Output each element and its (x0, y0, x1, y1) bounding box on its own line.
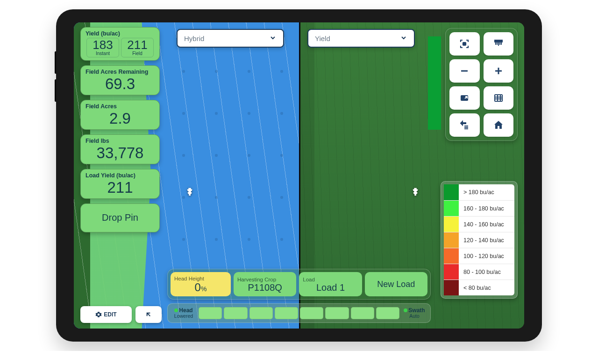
yield-card[interactable]: Yield (bu/ac) 183 Instant 211 Field (80, 27, 160, 61)
yield-legend: > 180 bu/ac160 - 180 bu/ac140 - 160 bu/a… (441, 181, 518, 299)
head-height-unit: % (201, 285, 206, 293)
hybrid-dropdown-label: Hybrid (184, 35, 204, 42)
home-button[interactable] (484, 113, 514, 137)
legend-row[interactable]: 160 - 180 bu/ac (444, 200, 514, 216)
swath-status: SwathAuto (401, 308, 427, 319)
legend-swatch (444, 248, 459, 264)
acres-remaining-card[interactable]: Field Acres Remaining 69.3 (80, 65, 160, 95)
harvesting-crop-label: Harvesting Crop (237, 277, 292, 282)
edit-label: EDIT (104, 311, 116, 318)
table-button[interactable] (484, 86, 514, 110)
drop-pin-button[interactable]: Drop Pin (80, 203, 160, 232)
legend-row[interactable]: < 80 bu/ac (444, 280, 514, 295)
swap-button[interactable] (449, 113, 480, 137)
header-icon (493, 38, 504, 49)
edit-button[interactable]: EDIT (80, 306, 132, 323)
swath-segment[interactable] (249, 307, 273, 319)
combine-marker-right (411, 187, 421, 197)
yield-field-label: Field (121, 51, 153, 56)
legend-label: 80 - 100 bu/ac (459, 269, 514, 275)
yield-instant-value: 183 (87, 39, 119, 51)
head-height-tile[interactable]: Head Height 0% (171, 272, 231, 296)
layer-icon (459, 92, 470, 104)
head-height-value: 0 (195, 281, 201, 294)
legend-swatch (444, 184, 459, 200)
legend-swatch (444, 201, 459, 216)
minus-icon (459, 65, 470, 77)
field-lbs-card[interactable]: Field lbs 33,778 (80, 134, 160, 164)
zoom-out-button[interactable] (449, 59, 480, 83)
swath-segment[interactable] (275, 307, 298, 319)
swath-segment[interactable] (351, 307, 374, 319)
home-icon (493, 119, 504, 131)
acres-remaining-title: Field Acres Remaining (85, 69, 155, 75)
yield-card-title: Yield (bu/ac) (85, 30, 155, 37)
status-dot-icon (174, 308, 178, 312)
legend-label: 100 - 120 bu/ac (459, 253, 514, 259)
load-value: Load 1 (303, 282, 358, 293)
load-label: Load (303, 277, 358, 282)
yield-stripe (428, 36, 441, 130)
head-status: HeadLowered (171, 308, 197, 319)
field-lbs-title: Field lbs (85, 138, 155, 144)
yield-dropdown[interactable]: Yield (307, 29, 415, 48)
hybrid-dropdown[interactable]: Hybrid (177, 29, 284, 48)
yield-instant-label: Instant (87, 51, 119, 56)
harvesting-crop-tile[interactable]: Harvesting Crop P1108Q (234, 272, 296, 296)
legend-swatch (444, 264, 459, 280)
svg-rect-0 (463, 42, 466, 45)
gear-icon (95, 311, 102, 318)
status-dot-icon (404, 308, 407, 312)
swath-segment[interactable] (224, 307, 247, 319)
field-lbs-value: 33,778 (85, 144, 155, 162)
focus-icon (459, 38, 470, 49)
load-yield-title: Load Yield (bu/ac) (85, 172, 155, 179)
load-yield-card[interactable]: Load Yield (bu/ac) 211 (80, 169, 160, 199)
stats-column: Yield (bu/ac) 183 Instant 211 Field Fiel… (80, 27, 160, 232)
field-acres-card[interactable]: Field Acres 2.9 (80, 100, 160, 130)
swath-segment[interactable] (199, 307, 222, 319)
yield-field-value: 211 (121, 39, 153, 51)
combine-marker-left (185, 187, 195, 197)
legend-row[interactable]: 140 - 160 bu/ac (444, 216, 514, 232)
legend-label: 140 - 160 bu/ac (459, 221, 514, 228)
acres-remaining-value: 69.3 (85, 75, 155, 93)
plus-icon (493, 65, 504, 77)
legend-row[interactable]: 80 - 100 bu/ac (444, 264, 514, 280)
legend-label: 120 - 140 bu/ac (459, 237, 514, 244)
map-toolbar (445, 28, 518, 141)
harvesting-crop-value: P1108Q (237, 282, 292, 293)
header-button[interactable] (484, 32, 514, 56)
chevron-down-icon (269, 34, 277, 43)
legend-row[interactable]: 120 - 140 bu/ac (444, 232, 514, 248)
focus-button[interactable] (449, 32, 480, 56)
field-acres-value: 2.9 (85, 110, 155, 127)
new-load-label: New Load (377, 280, 415, 289)
swath-segment[interactable] (300, 307, 323, 319)
svg-rect-2 (495, 95, 502, 101)
harvest-status-panel: Head Height 0% Harvesting Crop P1108Q Lo… (167, 269, 431, 300)
legend-swatch (444, 280, 459, 295)
legend-label: < 80 bu/ac (459, 285, 514, 291)
grid-icon (493, 92, 504, 104)
collapse-button[interactable] (135, 306, 162, 323)
swath-row: HeadLowered SwathAuto (167, 303, 431, 323)
legend-row[interactable]: > 180 bu/ac (444, 184, 514, 200)
legend-label: 160 - 180 bu/ac (459, 205, 514, 212)
tablet-frame: Yield (bu/ac) 183 Instant 211 Field Fiel… (56, 9, 542, 342)
swath-segment[interactable] (376, 307, 399, 319)
app-screen: Yield (bu/ac) 183 Instant 211 Field Fiel… (74, 22, 524, 329)
legend-row[interactable]: 100 - 120 bu/ac (444, 248, 514, 264)
legend-swatch (444, 217, 459, 232)
zoom-in-button[interactable] (484, 59, 514, 83)
arrow-up-left-icon (145, 311, 152, 318)
layer-button[interactable] (449, 86, 480, 110)
field-acres-title: Field Acres (85, 103, 155, 110)
legend-label: > 180 bu/ac (459, 189, 514, 196)
chevron-down-icon (400, 34, 407, 43)
legend-swatch (444, 232, 459, 248)
new-load-button[interactable]: New Load (365, 272, 427, 296)
load-tile[interactable]: Load Load 1 (299, 272, 362, 296)
swath-segment[interactable] (325, 307, 349, 319)
yield-dropdown-label: Yield (315, 35, 330, 42)
